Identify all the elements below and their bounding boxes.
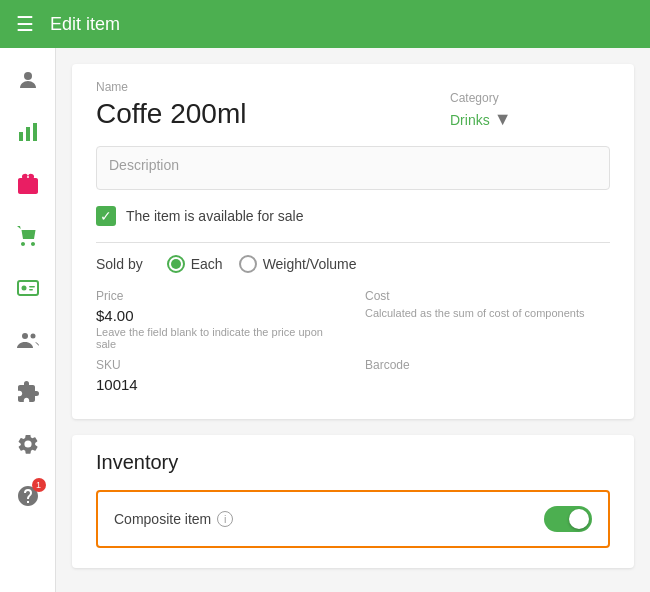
description-field[interactable]: Description [96, 146, 610, 190]
sidebar-item-settings[interactable] [4, 420, 52, 468]
profile-icon [16, 68, 40, 92]
svg-rect-1 [19, 132, 23, 141]
barcode-col: Barcode [365, 358, 610, 395]
sku-col: SKU 10014 [96, 358, 341, 395]
shop-icon [16, 172, 40, 196]
price-value[interactable]: $4.00 [96, 307, 341, 324]
composite-item-row: Composite item i [96, 490, 610, 548]
cost-label: Cost [365, 289, 610, 303]
price-hint: Leave the field blank to indicate the pr… [96, 326, 341, 350]
sold-by-label: Sold by [96, 256, 143, 272]
name-section: Name Coffe 200ml [96, 80, 246, 130]
name-label: Name [96, 80, 246, 94]
sidebar-item-puzzle[interactable] [4, 368, 52, 416]
radio-weight-label: Weight/Volume [263, 256, 357, 272]
radio-each-outer [167, 255, 185, 273]
svg-rect-6 [29, 286, 35, 288]
cost-col: Cost Calculated as the sum of cost of co… [365, 289, 610, 350]
radio-weight-outer [239, 255, 257, 273]
barcode-value[interactable] [365, 376, 610, 380]
main-layout: 1 Name Coffe 200ml Category Drinks ▼ [0, 48, 650, 592]
svg-rect-7 [29, 289, 33, 291]
svg-rect-3 [33, 123, 37, 141]
inventory-card: Inventory Composite item i [72, 435, 634, 568]
available-label: The item is available for sale [126, 208, 303, 224]
category-value: Drinks [450, 112, 490, 128]
category-section: Category Drinks ▼ [450, 91, 610, 130]
sku-barcode-row: SKU 10014 Barcode [96, 358, 610, 395]
radio-each[interactable]: Each [167, 255, 223, 273]
cost-hint: Calculated as the sum of cost of compone… [365, 307, 610, 319]
radio-weight[interactable]: Weight/Volume [239, 255, 357, 273]
radio-each-label: Each [191, 256, 223, 272]
name-category-row: Name Coffe 200ml Category Drinks ▼ [96, 80, 610, 130]
menu-icon[interactable]: ☰ [16, 12, 34, 36]
svg-rect-2 [26, 127, 30, 141]
sidebar-item-idcard[interactable] [4, 264, 52, 312]
sidebar-item-shop[interactable] [4, 160, 52, 208]
inventory-title: Inventory [96, 451, 610, 474]
sidebar-item-help[interactable]: 1 [4, 472, 52, 520]
toggle-knob [569, 509, 589, 529]
sidebar-item-analytics[interactable] [4, 108, 52, 156]
sidebar-item-profile[interactable] [4, 56, 52, 104]
price-cost-row: Price $4.00 Leave the field blank to ind… [96, 289, 610, 350]
svg-point-0 [24, 72, 32, 80]
dropdown-arrow-icon: ▼ [494, 109, 512, 130]
composite-toggle[interactable] [544, 506, 592, 532]
users-icon [16, 328, 40, 352]
help-badge: 1 [32, 478, 46, 492]
available-checkbox-row: ✓ The item is available for sale [96, 206, 610, 226]
svg-point-5 [21, 286, 26, 291]
radio-each-inner [171, 259, 181, 269]
sku-label: SKU [96, 358, 341, 372]
svg-point-9 [30, 334, 35, 339]
svg-point-8 [22, 333, 28, 339]
info-icon[interactable]: i [217, 511, 233, 527]
item-details-card: Name Coffe 200ml Category Drinks ▼ Descr… [72, 64, 634, 419]
cart-icon [16, 224, 40, 248]
item-name-value: Coffe 200ml [96, 98, 246, 130]
price-label: Price [96, 289, 341, 303]
composite-label-group: Composite item i [114, 511, 233, 527]
available-checkbox[interactable]: ✓ [96, 206, 116, 226]
content-area: Name Coffe 200ml Category Drinks ▼ Descr… [56, 48, 650, 592]
page-title: Edit item [50, 14, 120, 35]
sidebar-item-users[interactable] [4, 316, 52, 364]
divider-1 [96, 242, 610, 243]
puzzle-icon [16, 380, 40, 404]
sku-value[interactable]: 10014 [96, 376, 341, 393]
sold-by-row: Sold by Each Weight/Volume [96, 255, 610, 273]
idcard-icon [16, 276, 40, 300]
barcode-label: Barcode [365, 358, 610, 372]
svg-rect-4 [18, 281, 38, 295]
category-select[interactable]: Drinks ▼ [450, 109, 512, 130]
category-label: Category [450, 91, 499, 105]
sidebar-item-cart[interactable] [4, 212, 52, 260]
composite-label: Composite item [114, 511, 211, 527]
sidebar: 1 [0, 48, 56, 592]
price-col: Price $4.00 Leave the field blank to ind… [96, 289, 341, 350]
analytics-icon [16, 120, 40, 144]
checkmark-icon: ✓ [100, 208, 112, 224]
topbar: ☰ Edit item [0, 0, 650, 48]
settings-icon [16, 432, 40, 456]
